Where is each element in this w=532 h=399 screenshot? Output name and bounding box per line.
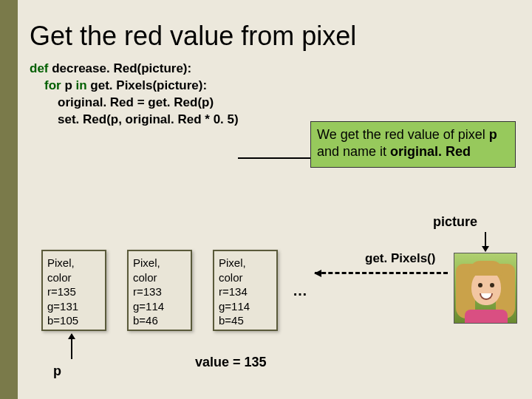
px0-l3: r=135 [47,284,100,299]
picture-image [454,253,517,324]
annot-t1: We get the red value of pixel [317,127,489,142]
getpixels-label: get. Pixels() [365,251,435,266]
code-l2d: get. Pixels(picture): [87,78,207,92]
eye-right [490,283,494,287]
pixels-row: Pixel, color r=135 g=131 b=105 Pixel, co… [41,250,315,331]
annot-p: p [489,127,497,142]
px0-l4: g=131 [47,299,100,314]
kw-in: in [76,78,87,92]
px1-l1: Pixel, [133,256,186,270]
code-line-1: def decrease. Red(picture): [30,61,532,78]
px2-l1: Pixel, [219,256,272,270]
code-line-2: for p in get. Pixels(picture): [30,78,532,95]
px2-l2: color [219,270,272,285]
px1-l4: g=114 [133,299,186,314]
eye-left [478,283,482,287]
px1-l5: b=46 [133,313,186,328]
px0-l5: b=105 [47,313,100,328]
shirt [465,310,508,323]
ellipsis: … [293,282,307,299]
pixel-box-1: Pixel, color r=133 g=114 b=46 [127,250,192,331]
px0-l2: color [47,270,100,285]
px2-l4: g=114 [219,299,272,314]
code-block: def decrease. Red(picture): for p in get… [18,61,532,129]
px2-l5: b=45 [219,313,272,328]
kw-for: for [44,78,61,92]
slide-title: Get the red value from pixel [18,0,532,61]
annotation-connector [238,157,312,159]
p-arrow [71,334,72,359]
code-l1b: decrease. Red(picture): [49,61,192,75]
px1-l2: color [133,270,186,285]
picture-arrow [485,232,486,251]
px2-l3: r=134 [219,284,272,299]
pixel-box-2: Pixel, color r=134 g=114 b=45 [213,250,278,331]
px1-l3: r=133 [133,284,186,299]
annot-t2: and name it [317,144,390,159]
pixel-box-0: Pixel, color r=135 g=131 b=105 [41,250,106,331]
p-label: p [53,364,61,379]
picture-label: picture [433,214,477,230]
px0-l1: Pixel, [47,256,100,270]
code-l2b: p [61,78,76,92]
annotation-callout: We get the red value of pixel p and name… [310,121,516,168]
code-line-3: original. Red = get. Red(p) [30,95,532,112]
kw-def: def [30,61,49,75]
value-label: value = 135 [195,355,267,370]
getpixels-arrow [315,272,448,274]
annot-orig: original. Red [390,144,471,159]
bangs [469,261,503,276]
